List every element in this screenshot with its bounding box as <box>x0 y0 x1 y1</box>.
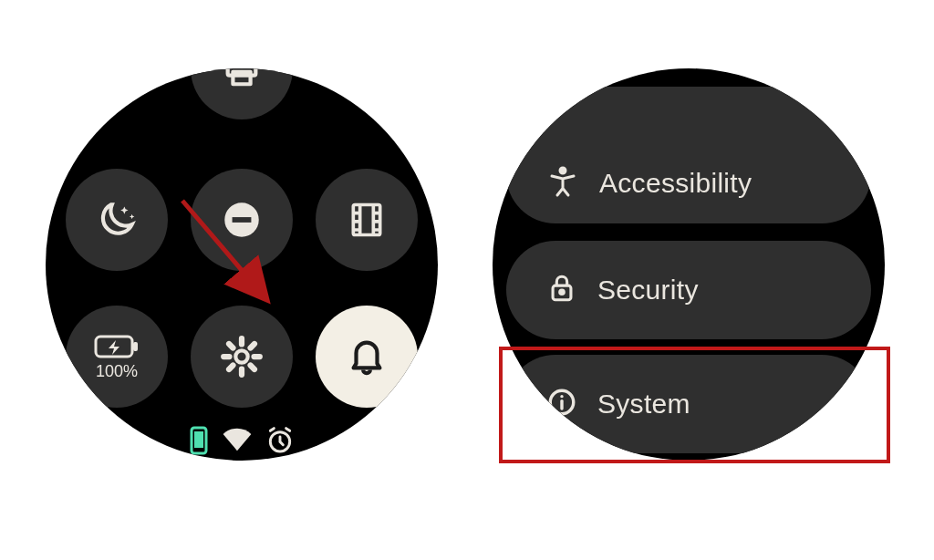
svg-rect-4 <box>233 217 252 223</box>
tile-bedtime[interactable] <box>66 169 168 271</box>
wifi-icon <box>222 428 253 453</box>
accessibility-icon <box>546 165 579 202</box>
bedtime-icon <box>94 197 140 243</box>
svg-rect-18 <box>194 431 203 448</box>
tile-do-not-disturb[interactable] <box>191 169 293 271</box>
tile-top-partial[interactable] <box>191 68 293 119</box>
status-icons-row <box>46 426 438 455</box>
watch-face-quick-settings: 100% <box>46 68 438 461</box>
settings-item-system[interactable]: System <box>506 355 871 453</box>
tile-battery[interactable]: 100% <box>66 306 168 408</box>
svg-point-16 <box>235 350 247 362</box>
svg-point-26 <box>560 395 563 398</box>
notifications-icon <box>346 336 388 378</box>
battery-icon <box>94 333 140 360</box>
do-not-disturb-icon <box>219 197 265 243</box>
svg-point-23 <box>560 290 565 295</box>
settings-item-label: Security <box>597 275 699 306</box>
info-icon <box>546 387 577 421</box>
phone-connected-icon <box>189 426 209 455</box>
lock-icon <box>546 273 577 307</box>
tile-settings[interactable] <box>191 306 293 408</box>
settings-icon <box>219 334 265 379</box>
tile-theater-mode[interactable] <box>316 169 418 271</box>
watch-face-settings-list: Accessibility Security System <box>493 68 885 461</box>
printer-icon <box>221 68 263 89</box>
battery-percent-label: 100% <box>96 362 138 381</box>
settings-item-accessibility[interactable]: Accessibility <box>506 87 871 223</box>
settings-item-label: Accessibility <box>599 168 752 199</box>
theater-icon <box>347 200 387 240</box>
settings-item-security[interactable]: Security <box>506 241 871 339</box>
settings-item-label: System <box>597 389 690 420</box>
alarm-icon <box>265 426 295 455</box>
svg-point-21 <box>560 168 566 173</box>
tile-notifications[interactable] <box>316 306 418 408</box>
svg-rect-2 <box>233 72 250 84</box>
svg-rect-15 <box>133 342 138 351</box>
